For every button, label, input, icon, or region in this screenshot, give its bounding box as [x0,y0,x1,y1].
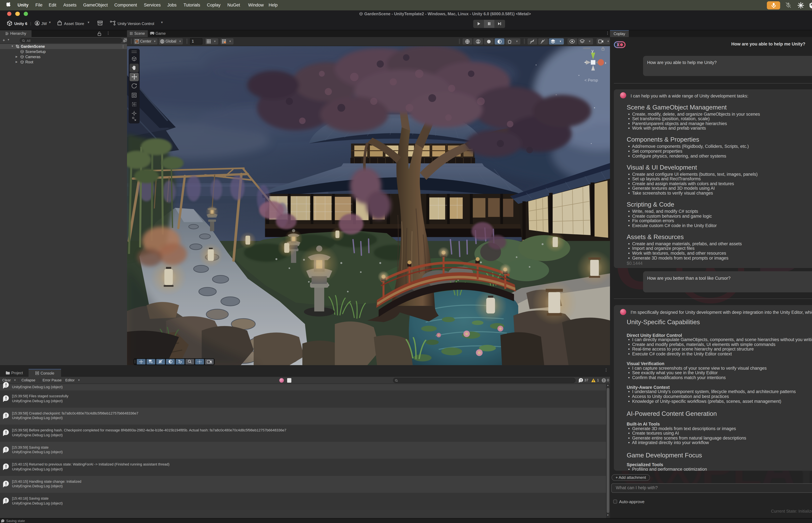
svg-text:y: y [591,49,593,53]
svg-text:x: x [605,60,606,65]
